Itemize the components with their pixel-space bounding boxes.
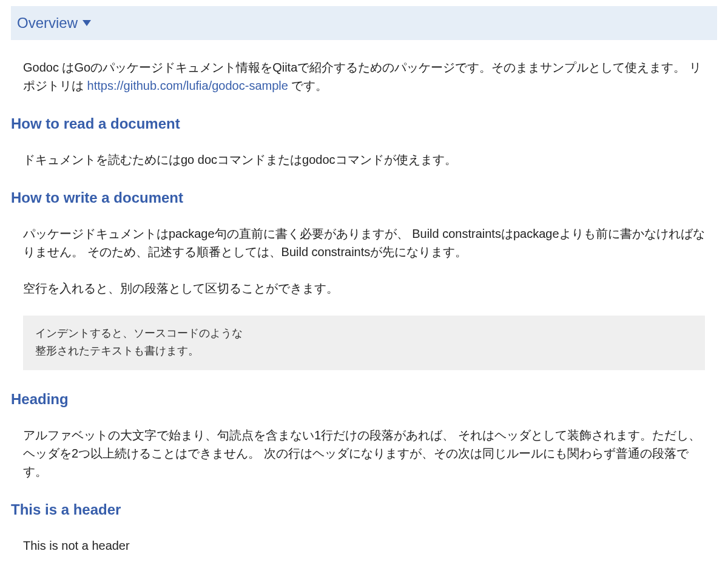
section-heading-write: How to write a document: [11, 187, 705, 209]
section-heading-read: How to read a document: [11, 113, 705, 135]
repo-link[interactable]: https://github.com/lufia/godoc-sample: [87, 79, 288, 92]
overview-label: Overview: [17, 12, 78, 34]
section-heading-heading: Heading: [11, 388, 705, 410]
section-heading-this-is-a-header: This is a header: [11, 499, 705, 521]
chevron-down-icon: [83, 20, 91, 26]
overview-toggle[interactable]: Overview: [11, 6, 717, 40]
write-paragraph-1: パッケージドキュメントはpackage句の直前に書く必要がありますが、 Buil…: [23, 225, 705, 261]
intro-text-after: です。: [288, 79, 328, 92]
code-block: インデントすると、ソースコードのような 整形されたテキストも書けます。: [23, 316, 705, 370]
not-header-paragraph: This is not a header: [23, 536, 705, 555]
heading-paragraph: アルファベットの大文字で始まり、句読点を含まない1行だけの段落があれば、 それは…: [23, 426, 705, 481]
write-paragraph-2: 空行を入れると、別の段落として区切ることができます。: [23, 279, 705, 297]
read-paragraph: ドキュメントを読むためにはgo docコマンドまたはgodocコマンドが使えます…: [23, 150, 705, 169]
intro-paragraph: Godoc はGoのパッケージドキュメント情報をQiitaで紹介するためのパッケ…: [23, 58, 705, 95]
svg-marker-0: [83, 20, 91, 26]
